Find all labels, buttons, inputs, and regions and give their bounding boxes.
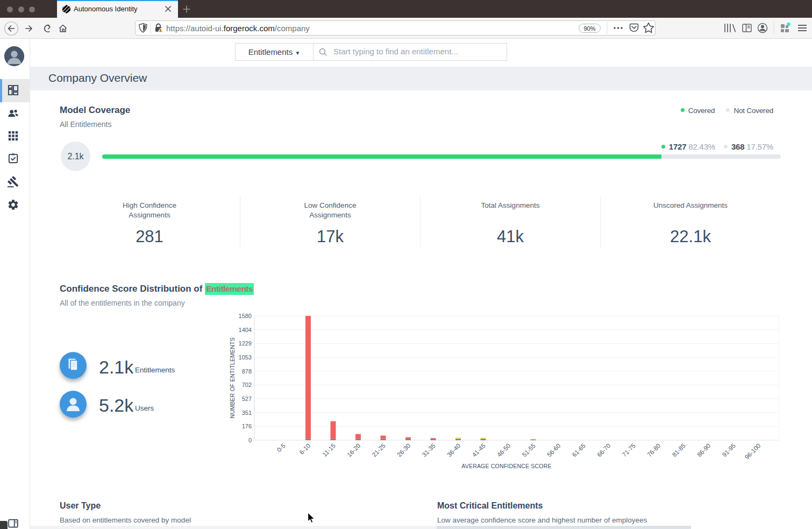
svg-text:1053: 1053 <box>239 354 252 361</box>
svg-text:86-90: 86-90 <box>696 442 711 458</box>
svg-text:41-45: 41-45 <box>471 442 487 458</box>
svg-text:1229: 1229 <box>239 340 252 347</box>
svg-text:351: 351 <box>242 410 252 416</box>
svg-text:AVERAGE CONFIDENCE SCORE: AVERAGE CONFIDENCE SCORE <box>461 463 551 469</box>
svg-text:1580: 1580 <box>239 313 252 319</box>
svg-text:46-50: 46-50 <box>496 442 511 458</box>
svg-text:31-35: 31-35 <box>421 442 437 458</box>
svg-text:702: 702 <box>242 382 252 388</box>
svg-text:1404: 1404 <box>239 327 252 333</box>
svg-text:16-20: 16-20 <box>346 442 361 458</box>
svg-text:61-65: 61-65 <box>571 442 587 458</box>
svg-text:6-10: 6-10 <box>298 442 312 456</box>
svg-text:71-75: 71-75 <box>621 442 637 458</box>
svg-text:527: 527 <box>242 396 252 402</box>
svg-text:0-5: 0-5 <box>276 442 287 453</box>
svg-text:56-60: 56-60 <box>546 442 561 458</box>
svg-text:878: 878 <box>242 368 252 375</box>
svg-text:76-80: 76-80 <box>646 442 661 458</box>
svg-text:91-95: 91-95 <box>721 442 737 458</box>
svg-text:96-100: 96-100 <box>744 442 762 461</box>
svg-text:66-70: 66-70 <box>596 442 611 458</box>
svg-text:11-15: 11-15 <box>321 442 337 458</box>
svg-text:26-30: 26-30 <box>396 442 411 458</box>
svg-text:0: 0 <box>248 437 252 443</box>
svg-text:51-55: 51-55 <box>521 442 537 458</box>
svg-text:176: 176 <box>242 423 252 429</box>
svg-text:81-85: 81-85 <box>671 442 687 458</box>
svg-text:NUMBER OF ENTITLEMENTS: NUMBER OF ENTITLEMENTS <box>229 337 236 418</box>
svg-text:21-25: 21-25 <box>371 442 387 458</box>
svg-text:36-40: 36-40 <box>446 442 461 458</box>
